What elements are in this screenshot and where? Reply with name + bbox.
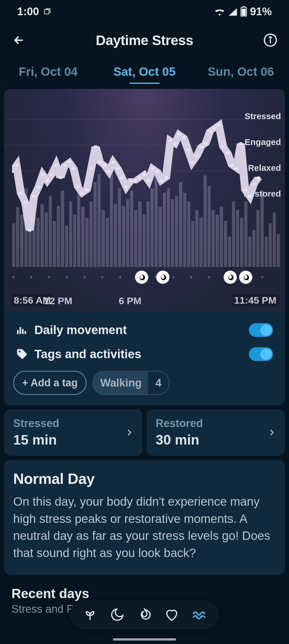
svg-point-45 [177, 133, 181, 136]
date-tabs: Fri, Oct 04 Sat, Oct 05 Sun, Oct 06 [0, 57, 289, 86]
bottom-nav [70, 600, 219, 629]
chip-count: 4 [148, 372, 169, 394]
nav-heart[interactable] [163, 606, 180, 623]
add-tag-button[interactable]: + Add a tag [13, 371, 87, 395]
svg-point-51 [204, 142, 208, 145]
recent-title: Recent days [11, 586, 278, 601]
svg-point-58 [234, 167, 239, 170]
toggle-tags[interactable]: Tags and activities [13, 342, 276, 366]
svg-point-29 [107, 170, 111, 173]
svg-rect-65 [19, 327, 21, 334]
svg-point-59 [239, 142, 243, 145]
tab-prev-day[interactable]: Fri, Oct 04 [0, 65, 96, 79]
tile-restored-label: Restored [156, 417, 203, 430]
svg-rect-67 [25, 331, 26, 334]
svg-rect-0 [44, 10, 49, 14]
chip-walking[interactable]: Walking 4 [92, 371, 169, 395]
status-bar: 1:00 91% [0, 0, 289, 23]
tile-stressed-value: 15 min [13, 432, 59, 448]
svg-point-61 [247, 195, 252, 198]
battery-icon [240, 6, 247, 17]
svg-point-12 [32, 195, 36, 198]
tab-next-day[interactable]: Sun, Oct 06 [193, 65, 289, 79]
switch-movement[interactable] [249, 323, 273, 337]
nav-activity[interactable] [136, 606, 153, 623]
wifi-icon [214, 7, 225, 16]
svg-point-50 [199, 145, 203, 148]
svg-point-43 [168, 139, 173, 142]
signal-icon [228, 7, 237, 16]
tile-stressed-label: Stressed [13, 417, 59, 430]
tile-restored[interactable]: Restored 30 min [147, 409, 285, 456]
svg-point-22 [76, 186, 80, 189]
svg-point-47 [186, 148, 190, 151]
svg-point-33 [124, 186, 128, 189]
svg-point-41 [159, 179, 164, 182]
svg-point-40 [155, 170, 159, 173]
svg-point-16 [50, 173, 54, 176]
svg-point-56 [225, 152, 230, 154]
svg-point-20 [67, 161, 71, 164]
svg-point-8 [14, 164, 19, 167]
svg-point-14 [41, 173, 45, 176]
waves-icon [192, 607, 206, 622]
activity-markers [4, 269, 285, 286]
svg-point-68 [19, 351, 20, 352]
svg-point-32 [120, 176, 124, 179]
svg-point-63 [256, 176, 261, 179]
svg-point-10 [23, 201, 28, 204]
svg-point-57 [230, 164, 234, 167]
nav-resilience[interactable] [190, 606, 208, 623]
svg-point-48 [190, 161, 195, 164]
toggle-movement[interactable]: Daily movement [13, 318, 276, 342]
svg-rect-66 [22, 329, 24, 334]
arrow-left-icon [12, 34, 25, 46]
tag-icon [16, 348, 28, 360]
summary-title: Normal Day [13, 470, 276, 487]
svg-point-13 [36, 186, 41, 189]
tile-restored-value: 30 min [156, 432, 203, 448]
switch-tags[interactable] [249, 347, 273, 361]
home-indicator [113, 638, 176, 641]
activity-flame-icon[interactable] [239, 271, 252, 284]
svg-point-42 [164, 176, 168, 179]
stress-chart[interactable]: Stressed Engaged Relaxed Restored 8:56 A… [4, 89, 285, 312]
svg-point-44 [173, 142, 177, 145]
heart-icon [164, 607, 179, 622]
svg-point-26 [93, 145, 98, 148]
svg-point-35 [133, 179, 137, 182]
tab-selected-day[interactable]: Sat, Oct 05 [96, 65, 193, 79]
activity-flame-icon[interactable] [135, 271, 148, 284]
nav-readiness[interactable] [81, 606, 99, 623]
svg-point-21 [71, 167, 76, 170]
activity-flame-icon[interactable] [156, 271, 169, 284]
chip-name: Walking [93, 372, 148, 394]
tile-stressed[interactable]: Stressed 15 min [4, 409, 142, 456]
activity-flame-icon[interactable] [224, 271, 237, 284]
svg-point-52 [208, 130, 212, 133]
svg-point-38 [146, 179, 151, 182]
svg-point-28 [102, 164, 107, 167]
svg-point-53 [212, 127, 216, 130]
chevron-right-icon [268, 428, 276, 437]
stress-line [12, 95, 280, 267]
info-icon [263, 33, 278, 47]
app-header: Daytime Stress [0, 23, 289, 57]
info-button[interactable] [263, 32, 278, 48]
svg-point-49 [195, 155, 199, 158]
back-button[interactable] [11, 32, 26, 48]
sprout-icon [83, 607, 97, 622]
svg-point-37 [142, 173, 146, 176]
axis-noon: 12 PM [44, 295, 72, 307]
cards-icon [44, 8, 51, 15]
axis-6pm: 6 PM [119, 295, 141, 307]
svg-point-34 [129, 179, 133, 182]
svg-point-6 [270, 37, 271, 38]
svg-point-27 [98, 161, 102, 164]
axis-end: 11:45 PM [233, 294, 278, 307]
svg-point-46 [181, 136, 186, 139]
svg-point-54 [217, 124, 221, 127]
svg-rect-3 [242, 9, 246, 16]
svg-point-24 [85, 189, 89, 192]
nav-sleep[interactable] [109, 606, 126, 623]
